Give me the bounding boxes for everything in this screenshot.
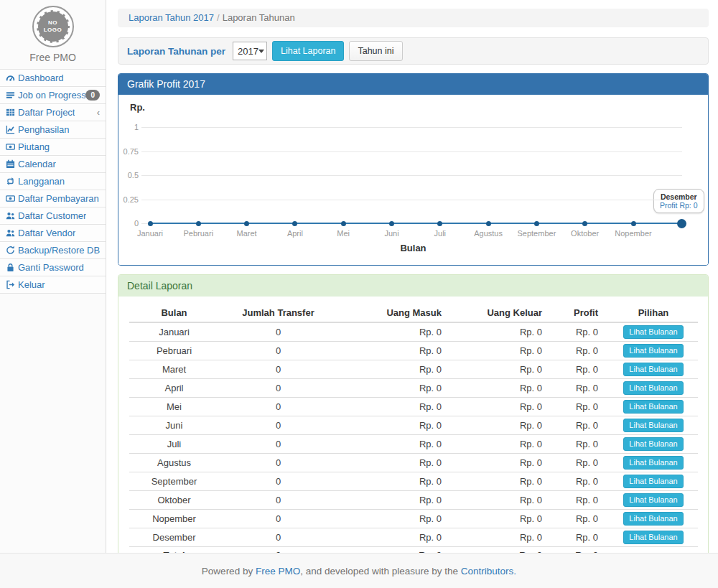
sidebar: NO LOGO Free PMO DashboardJob on Progres… xyxy=(0,0,106,553)
data-point-nopember[interactable] xyxy=(631,221,636,226)
cell: Rp. 0 xyxy=(553,379,609,398)
action-cell: Lihat Bulanan xyxy=(609,416,698,435)
cell: Rp. 0 xyxy=(337,454,452,472)
lihat-bulanan-button[interactable]: Lihat Bulanan xyxy=(623,325,683,339)
logo-text-line2: LOGO xyxy=(44,27,62,34)
table-row: Maret0Rp. 0Rp. 0Rp. 0Lihat Bulanan xyxy=(129,360,698,379)
column-header: Jumlah Transfer xyxy=(219,304,337,322)
lihat-bulanan-button[interactable]: Lihat Bulanan xyxy=(623,456,683,470)
year-filter-bar: Laporan Tahunan per 2017 Lihat Laporan T… xyxy=(118,37,709,65)
sidebar-item-daftar-customer[interactable]: Daftar Customer xyxy=(0,207,106,225)
sidebar-item-penghasilan[interactable]: Penghasilan xyxy=(0,121,106,139)
data-point-desember[interactable] xyxy=(677,219,686,228)
cell: Rp. 0 xyxy=(337,342,452,360)
cell: Rp. 0 xyxy=(337,379,452,398)
lihat-bulanan-button[interactable]: Lihat Bulanan xyxy=(623,475,683,488)
sidebar-item-label: Job on Progress xyxy=(18,90,85,101)
money-icon xyxy=(6,142,18,151)
cell: 0 xyxy=(219,342,337,360)
column-header: Bulan xyxy=(129,304,219,322)
lihat-bulanan-button[interactable]: Lihat Bulanan xyxy=(623,381,683,395)
footer-link-contributors[interactable]: Contributors. xyxy=(461,566,516,577)
data-point-oktober[interactable] xyxy=(582,221,587,226)
cell: Rp. 0 xyxy=(553,398,609,416)
detail-panel-title: Detail Laporan xyxy=(118,275,708,297)
lihat-laporan-button[interactable]: Lihat Laporan xyxy=(272,41,344,61)
sidebar-item-calendar[interactable]: Calendar xyxy=(0,156,106,173)
data-point-mei[interactable] xyxy=(341,221,346,226)
lihat-bulanan-button[interactable]: Lihat Bulanan xyxy=(623,437,683,451)
x-tick-label: Mei xyxy=(320,229,367,238)
sidebar-item-label: Penghasilan xyxy=(18,124,70,135)
column-header: Uang Keluar xyxy=(452,304,553,322)
users-icon xyxy=(6,211,18,220)
table-row: Desember0Rp. 0Rp. 0Rp. 0Lihat Bulanan xyxy=(129,528,698,547)
sidebar-item-job-on-progress[interactable]: Job on Progress0 xyxy=(0,87,106,104)
sidebar-item-backup-restore-db[interactable]: Backup/Restore DB xyxy=(0,242,106,259)
cell: Rp. 0 xyxy=(452,379,553,398)
cell: Rp. 0 xyxy=(337,472,452,491)
y-tick-label: 0.5 xyxy=(118,171,139,179)
sidebar-item-langganan[interactable]: Langganan xyxy=(0,173,106,190)
tahun-ini-button[interactable]: Tahun ini xyxy=(349,41,402,61)
action-cell: Lihat Bulanan xyxy=(609,491,698,510)
x-tick-label: Juni xyxy=(368,229,416,238)
caret-down-icon xyxy=(258,50,264,53)
lihat-bulanan-button[interactable]: Lihat Bulanan xyxy=(623,344,683,358)
profit-line xyxy=(150,223,681,224)
lihat-bulanan-button[interactable]: Lihat Bulanan xyxy=(623,493,683,507)
chart-x-axis-label: Bulan xyxy=(118,243,708,253)
sidebar-item-daftar-project[interactable]: Daftar Project‹ xyxy=(0,104,106,121)
sidebar-item-piutang[interactable]: Piutang xyxy=(0,139,106,156)
profit-chart-panel: Grafik Profit 2017 Rp. Bulan Desember Pr… xyxy=(118,73,709,266)
cell: Rp. 0 xyxy=(337,360,452,379)
table-row: Juli0Rp. 0Rp. 0Rp. 0Lihat Bulanan xyxy=(129,435,698,454)
breadcrumb-separator: / xyxy=(217,12,220,23)
data-point-maret[interactable] xyxy=(244,221,249,226)
cell: Rp. 0 xyxy=(337,510,452,528)
tooltip-value: Profit Rp: 0 xyxy=(660,201,698,210)
lihat-bulanan-button[interactable]: Lihat Bulanan xyxy=(623,531,683,544)
sidebar-item-keluar[interactable]: Keluar xyxy=(0,276,106,294)
chart-tooltip: Desember Profit Rp: 0 xyxy=(653,189,704,213)
lihat-bulanan-button[interactable]: Lihat Bulanan xyxy=(623,419,683,432)
calendar-icon xyxy=(6,159,18,169)
cell: Oktober xyxy=(129,491,219,510)
data-point-pebruari[interactable] xyxy=(196,221,201,226)
column-header: Pilihan xyxy=(609,304,698,322)
action-cell: Lihat Bulanan xyxy=(609,454,698,472)
footer-link-free-pmo[interactable]: Free PMO xyxy=(256,566,300,577)
data-point-agustus[interactable] xyxy=(486,221,491,226)
table-row: Nopember0Rp. 0Rp. 0Rp. 0Lihat Bulanan xyxy=(129,510,698,528)
sidebar-item-ganti-password[interactable]: Ganti Password xyxy=(0,259,106,276)
filter-label: Laporan Tahunan per xyxy=(127,46,225,57)
sidebar-item-daftar-pembayaran[interactable]: Daftar Pembayaran xyxy=(0,190,106,207)
action-cell: Lihat Bulanan xyxy=(609,322,698,342)
cell: Rp. 0 xyxy=(337,435,452,454)
table-row: Agustus0Rp. 0Rp. 0Rp. 0Lihat Bulanan xyxy=(129,454,698,472)
cell: 0 xyxy=(219,379,337,398)
year-select[interactable]: 2017 xyxy=(233,42,267,60)
sidebar-item-dashboard[interactable]: Dashboard xyxy=(0,70,106,87)
cell: Rp. 0 xyxy=(337,528,452,547)
sidebar-item-label: Daftar Project xyxy=(18,107,75,118)
table-row: Pebruari0Rp. 0Rp. 0Rp. 0Lihat Bulanan xyxy=(129,342,698,360)
data-point-april[interactable] xyxy=(292,221,297,226)
data-point-juli[interactable] xyxy=(437,221,442,226)
table-row: Januari0Rp. 0Rp. 0Rp. 0Lihat Bulanan xyxy=(129,322,698,342)
lihat-bulanan-button[interactable]: Lihat Bulanan xyxy=(623,512,683,526)
sidebar-item-daftar-vendor[interactable]: Daftar Vendor xyxy=(0,225,106,242)
cell: 0 xyxy=(219,322,337,342)
y-tick-label: 0 xyxy=(118,219,139,228)
cell: Rp. 0 xyxy=(553,528,609,547)
y-gridline xyxy=(141,175,682,176)
breadcrumb-link-laporan-tahun[interactable]: Laporan Tahun 2017 xyxy=(129,12,214,23)
lihat-bulanan-button[interactable]: Lihat Bulanan xyxy=(623,400,683,414)
cell: 0 xyxy=(219,528,337,547)
data-point-januari[interactable] xyxy=(148,221,153,226)
lihat-bulanan-button[interactable]: Lihat Bulanan xyxy=(623,363,683,376)
data-point-juni[interactable] xyxy=(389,221,394,226)
data-point-september[interactable] xyxy=(534,221,539,226)
sidebar-menu: DashboardJob on Progress0Daftar Project‹… xyxy=(0,69,106,294)
breadcrumb: Laporan Tahun 2017/Laporan Tahunan xyxy=(118,9,709,27)
